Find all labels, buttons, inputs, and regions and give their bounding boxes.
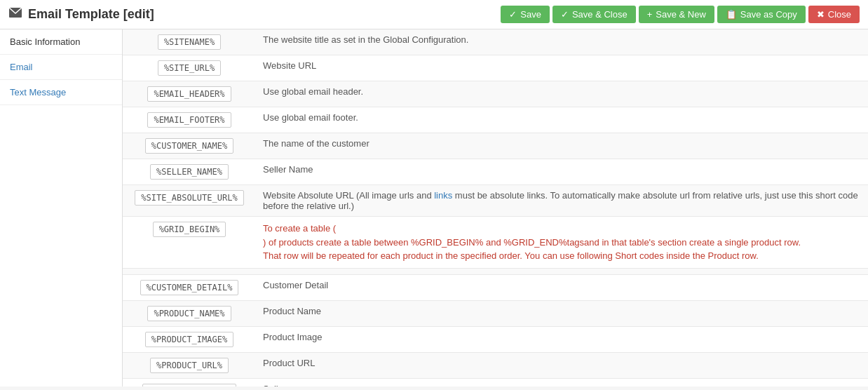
sidebar-item-basic-information[interactable]: Basic Information [0,29,122,55]
save-icon: ✓ [509,9,517,20]
desc-cell: Product URL [256,352,868,378]
desc-cell: Seller Name [256,159,868,185]
code-badge: %SELLER_NAME% [150,164,229,180]
desc-cell: Use global email footer. [256,107,868,133]
code-cell: %CUSTOMER_NAME% [123,133,256,159]
close-icon: ✖ [817,9,825,20]
code-cell: %SELLER_NAME% [123,159,256,185]
code-badge: %CUSTOMER_DETAIL% [140,280,239,295]
table-row: %PRODUCT_IMAGE%Product Image [123,326,868,352]
table-row: %PRODUCT_NAME%Product Name [123,300,868,326]
desc-cell: Seller [256,378,868,386]
table-row: %SITE_URL%Website URL [123,55,868,81]
code-badge: %PRODUCT_IMAGE% [145,332,233,347]
save-close-button[interactable]: ✓ Save & Close [552,6,636,23]
code-cell: %CUSTOMER_DETAIL% [123,274,256,300]
desc-cell: Product Name [256,300,868,326]
code-cell: %SITE_URL% [123,55,256,81]
page-title: Email Template [edit] [8,6,154,23]
code-badge: %PRODUCT_NAME% [147,306,231,321]
sidebar-item-text-message[interactable]: Text Message [0,80,122,105]
desc-cell: Website Absolute URL (All image urls and… [256,185,868,217]
desc-cell: The website title as set in the Global C… [256,29,868,55]
table-row: %PRODUCT_URL%Product URL [123,352,868,378]
desc-cell: Customer Detail [256,274,868,300]
desc-cell: Use global email header. [256,81,868,107]
code-cell: %PRODUCT_URL% [123,352,256,378]
table-row: %SELLER_NAME%Seller Name [123,159,868,185]
sidebar: Basic Information Email Text Message [0,29,123,386]
code-cell: %EMAIL_FOOTER% [123,107,256,133]
code-badge: %SITE_ABSOLUTE_URL% [135,190,243,206]
save-new-button[interactable]: + Save & New [639,6,714,23]
plus-icon: + [647,9,653,20]
desc-cell: To create a table () of products create … [256,217,868,269]
toolbar-buttons: ✓ Save ✓ Save & Close + Save & New 📋 Sav… [501,6,860,23]
save-button[interactable]: ✓ Save [501,6,550,23]
code-cell: %PRODUCT_NAME% [123,300,256,326]
main-layout: Basic Information Email Text Message %SI… [0,29,868,386]
desc-cell: Product Image [256,326,868,352]
table-row: %CUSTOMER_DETAIL%Customer Detail [123,274,868,300]
code-cell: %SELLER_COMPANY% [123,378,256,386]
table-row: %EMAIL_FOOTER%Use global email footer. [123,107,868,133]
table-row: %SELLER_COMPANY%Seller [123,378,868,386]
save-copy-button[interactable]: 📋 Save as Copy [717,6,806,23]
code-badge: %SITENAME% [158,34,221,50]
desc-cell: Website URL [256,55,868,81]
code-cell: %PRODUCT_IMAGE% [123,326,256,352]
table-row: %SITE_ABSOLUTE_URL%Website Absolute URL … [123,185,868,217]
page-title-text: Email Template [edit] [28,7,154,22]
code-badge: %PRODUCT_URL% [150,358,229,373]
code-badge: %EMAIL_FOOTER% [147,112,231,128]
table-row: %SITENAME%The website title as set in th… [123,29,868,55]
code-cell: %GRID_BEGIN% [123,217,256,269]
code-badge: %SELLER_COMPANY% [142,384,236,387]
header-bar: Email Template [edit] ✓ Save ✓ Save & Cl… [0,0,868,29]
table-row: %EMAIL_HEADER%Use global email header. [123,81,868,107]
code-cell: %EMAIL_HEADER% [123,81,256,107]
code-badge: %EMAIL_HEADER% [147,86,231,102]
content-area: %SITENAME%The website title as set in th… [123,29,868,386]
copy-icon: 📋 [726,9,737,20]
shortcode-table: %SITENAME%The website title as set in th… [123,29,868,386]
sidebar-item-email[interactable]: Email [0,55,122,80]
code-badge: %GRID_BEGIN% [153,222,226,237]
table-row [123,268,868,274]
code-cell: %SITENAME% [123,29,256,55]
checkmark-icon: ✓ [561,9,569,20]
email-template-icon [8,6,22,23]
desc-cell: The name of the customer [256,133,868,159]
close-button[interactable]: ✖ Close [808,6,860,23]
code-badge: %CUSTOMER_NAME% [145,138,233,154]
table-row: %CUSTOMER_NAME%The name of the customer [123,133,868,159]
code-cell: %SITE_ABSOLUTE_URL% [123,185,256,217]
code-badge: %SITE_URL% [158,60,221,76]
table-row: %GRID_BEGIN%To create a table () of prod… [123,217,868,269]
